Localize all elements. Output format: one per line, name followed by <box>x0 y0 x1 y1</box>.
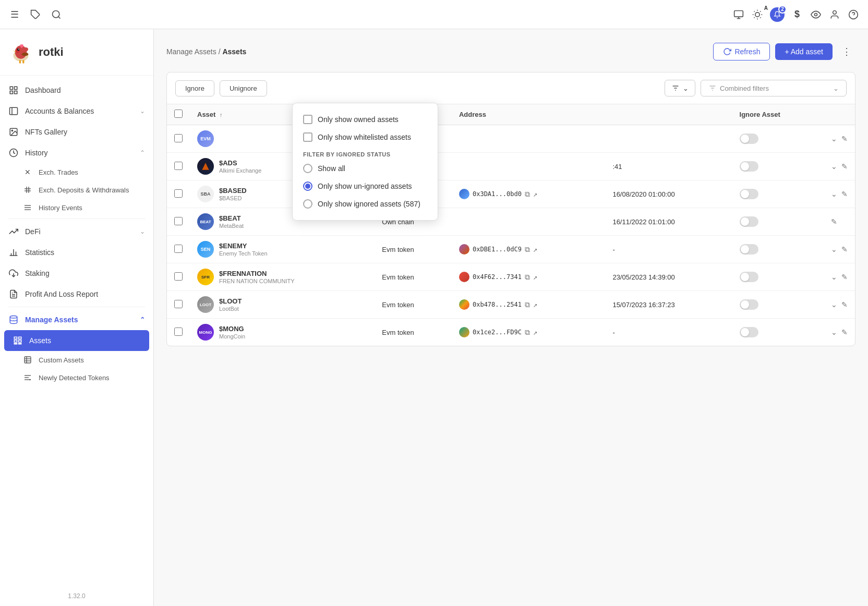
unignore-button[interactable]: Unignore <box>220 80 267 96</box>
expand-row-icon[interactable]: ⌄ <box>831 190 837 198</box>
edit-row-icon[interactable]: ✎ <box>841 162 848 171</box>
profit-loss-icon <box>8 289 19 299</box>
ignore-button[interactable]: Ignore <box>175 80 214 96</box>
expand-row-icon[interactable]: ⌄ <box>831 245 837 253</box>
svg-point-52 <box>10 316 17 319</box>
edit-row-icon[interactable]: ✎ <box>841 245 848 253</box>
copy-addr-icon[interactable]: ⧉ <box>525 245 530 254</box>
open-addr-icon[interactable]: ↗ <box>533 190 537 198</box>
sidebar-item-manage-assets[interactable]: Manage Assets ⌃ <box>0 309 153 330</box>
sidebar-item-statistics[interactable]: Statistics <box>0 242 153 263</box>
expand-row-icon[interactable]: ⌄ <box>831 162 837 171</box>
filter-ignored[interactable]: Only show ignored assets (587) <box>301 195 429 213</box>
select-all-checkbox[interactable] <box>174 110 183 118</box>
filter-owned-assets[interactable]: Only show owned assets <box>301 111 429 128</box>
ignore-toggle[interactable] <box>740 134 758 144</box>
filter-options-button[interactable]: ⌄ <box>665 80 695 96</box>
combined-filter-input[interactable]: Combined filters ⌄ <box>701 80 847 96</box>
row-checkbox[interactable] <box>174 300 183 308</box>
sidebar-label-newly-detected: Newly Detected Tokens <box>39 374 110 382</box>
svg-line-2 <box>58 16 61 18</box>
sidebar-item-dashboard[interactable]: Dashboard <box>0 80 153 101</box>
sidebar-item-profit-loss[interactable]: Profit And Loss Report <box>0 284 153 305</box>
sidebar-item-custom-assets[interactable]: Custom Assets <box>0 351 153 369</box>
expand-row-icon[interactable]: ⌄ <box>831 300 837 309</box>
eye-icon[interactable] <box>810 8 822 21</box>
row-actions: ⌄ ✎ <box>831 162 848 171</box>
ignored-radio[interactable] <box>303 199 312 209</box>
sidebar-item-defi[interactable]: DeFi ⌄ <box>0 221 153 242</box>
ignore-toggle[interactable] <box>740 327 758 337</box>
row-checkbox[interactable] <box>174 217 183 225</box>
search-icon[interactable] <box>50 8 63 21</box>
edit-row-icon[interactable]: ✎ <box>831 217 837 226</box>
sidebar-item-accounts[interactable]: Accounts & Balances ⌄ <box>0 101 153 122</box>
filter-unignored[interactable]: Only show un-ignored assets <box>301 177 429 195</box>
addr-text: 0x1ce2...FD9C <box>473 329 522 336</box>
edit-row-icon[interactable]: ✎ <box>841 328 848 336</box>
sidebar-label-staking: Staking <box>25 269 145 277</box>
expand-row-icon[interactable]: ⌄ <box>831 328 837 336</box>
unignored-radio[interactable] <box>303 181 312 191</box>
sidebar-item-history-events[interactable]: History Events <box>0 199 153 216</box>
ignore-toggle[interactable] <box>740 299 758 310</box>
user-icon[interactable] <box>828 8 841 21</box>
more-options-button[interactable]: ⋮ <box>838 42 855 62</box>
show-all-radio[interactable] <box>303 164 312 173</box>
sidebar-item-assets[interactable]: Assets <box>4 330 149 351</box>
edit-row-icon[interactable]: ✎ <box>841 300 848 309</box>
edit-row-icon[interactable]: ✎ <box>841 135 848 143</box>
refresh-icon <box>723 47 731 56</box>
open-addr-icon[interactable]: ↗ <box>533 300 537 309</box>
open-addr-icon[interactable]: ↗ <box>533 328 537 336</box>
copy-addr-icon[interactable]: ⧉ <box>525 190 530 199</box>
row-checkbox[interactable] <box>174 328 183 336</box>
row-checkbox[interactable] <box>174 134 183 142</box>
svg-rect-31 <box>10 91 13 94</box>
expand-row-icon[interactable]: ⌄ <box>831 135 837 143</box>
sidebar-item-staking[interactable]: Staking <box>0 263 153 284</box>
row-checkbox[interactable] <box>174 245 183 253</box>
copy-addr-icon[interactable]: ⧉ <box>525 328 530 337</box>
sidebar-item-exch-deposits[interactable]: Exch. Deposits & Withdrawals <box>0 181 153 199</box>
brightness-icon[interactable]: A <box>751 8 764 21</box>
ignore-toggle[interactable] <box>740 189 758 199</box>
edit-row-icon[interactable]: ✎ <box>841 273 848 281</box>
copy-addr-icon[interactable]: ⧉ <box>525 300 530 309</box>
open-addr-icon[interactable]: ↗ <box>533 273 537 281</box>
sidebar-label-exch-trades: Exch. Trades <box>39 168 78 176</box>
filter-show-all[interactable]: Show all <box>301 160 429 177</box>
tag-icon[interactable] <box>29 8 42 21</box>
refresh-button[interactable]: Refresh <box>713 43 770 60</box>
row-checkbox[interactable] <box>174 189 183 198</box>
edit-row-icon[interactable]: ✎ <box>841 190 848 198</box>
notification-bell[interactable]: 2 <box>770 7 785 22</box>
sidebar-item-nfts[interactable]: NFTs Gallery <box>0 122 153 142</box>
add-asset-button[interactable]: + Add asset <box>775 43 833 60</box>
exch-trades-icon: ✕ <box>23 167 32 177</box>
add-asset-label: + Add asset <box>785 47 823 56</box>
copy-addr-icon[interactable]: ⧉ <box>525 273 530 282</box>
menu-icon[interactable]: ☰ <box>8 8 21 21</box>
ignore-toggle[interactable] <box>740 161 758 172</box>
monitor-icon[interactable] <box>732 8 745 21</box>
ignore-toggle[interactable] <box>740 272 758 282</box>
open-addr-icon[interactable]: ↗ <box>533 245 537 253</box>
asset-symbol: $BEAT <box>219 214 244 222</box>
svg-rect-55 <box>14 340 17 342</box>
asset-date: - <box>605 319 732 346</box>
row-checkbox[interactable] <box>174 272 183 281</box>
row-checkbox[interactable] <box>174 162 183 170</box>
dollar-icon[interactable]: $ <box>791 8 803 21</box>
owned-assets-checkbox[interactable] <box>303 115 312 124</box>
whitelisted-checkbox[interactable] <box>303 132 312 142</box>
sidebar-item-newly-detected[interactable]: Newly Detected Tokens <box>0 369 153 386</box>
sidebar-item-exch-trades[interactable]: ✕ Exch. Trades <box>0 163 153 181</box>
filter-whitelisted-assets[interactable]: Only show whitelisted assets <box>301 128 429 146</box>
ignore-toggle[interactable] <box>740 216 758 227</box>
sidebar-item-history[interactable]: History ⌃ <box>0 142 153 163</box>
col-header-address[interactable]: Address <box>452 104 605 125</box>
ignore-toggle[interactable] <box>740 244 758 254</box>
expand-row-icon[interactable]: ⌄ <box>831 273 837 281</box>
help-icon[interactable] <box>847 8 860 21</box>
